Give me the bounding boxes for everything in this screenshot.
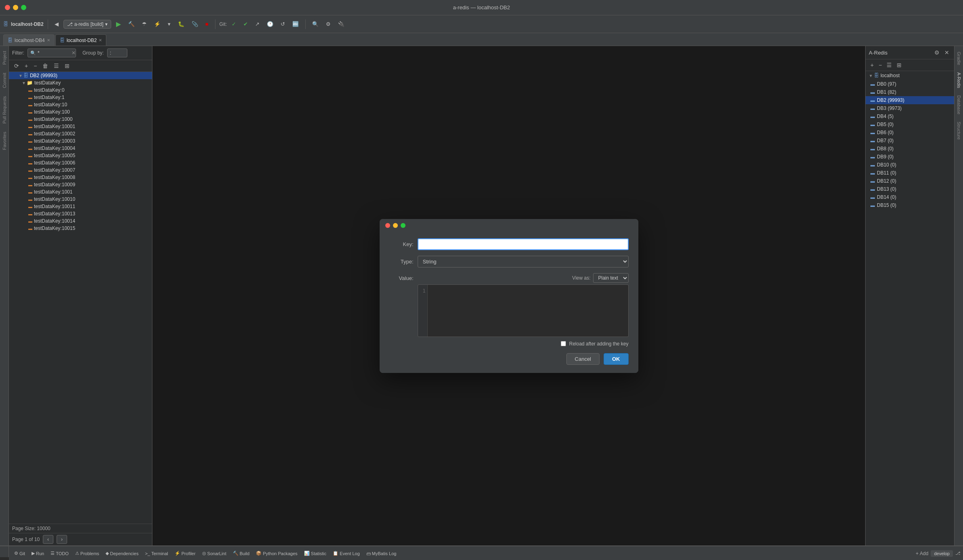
tree-item-key-7[interactable]: ▬ testDataKey:10003 bbox=[9, 137, 152, 145]
tree-item-key-17[interactable]: ▬ testDataKey:10013 bbox=[9, 210, 152, 217]
git-history-button[interactable]: 🕐 bbox=[264, 20, 276, 28]
git-revert-button[interactable]: ↺ bbox=[278, 20, 287, 28]
tree-item-key-16[interactable]: ▬ testDataKey:10011 bbox=[9, 203, 152, 210]
tree-item-key-15[interactable]: ▬ testDataKey:10010 bbox=[9, 196, 152, 203]
db-item-5[interactable]: ▬ DB5 (0) bbox=[866, 120, 954, 128]
maximize-button[interactable] bbox=[21, 5, 26, 10]
add-db-button[interactable]: + bbox=[869, 61, 875, 69]
tree-item-key-18[interactable]: ▬ testDataKey:10014 bbox=[9, 217, 152, 225]
tree-content[interactable]: ▼ 🗄 DB2 (99993) ▼ 📁 testDataKey ▬ testDa… bbox=[9, 72, 152, 524]
db-item-11[interactable]: ▬ DB11 (0) bbox=[866, 169, 954, 177]
bottom-terminal-button[interactable]: >_ Terminal bbox=[142, 550, 171, 557]
page-prev-button[interactable]: ‹ bbox=[43, 535, 53, 544]
hide-panel-button[interactable]: ✕ bbox=[943, 48, 951, 57]
cancel-button[interactable]: Cancel bbox=[566, 353, 600, 365]
branch-selector[interactable]: ⎇ a-redis [build] ▾ bbox=[63, 20, 111, 29]
ok-button[interactable]: OK bbox=[604, 353, 629, 365]
sidebar-item-project[interactable]: Project bbox=[1, 49, 8, 66]
plugins-button[interactable]: 🔌 bbox=[336, 20, 347, 28]
tree-item-key-2[interactable]: ▬ testDataKey:10 bbox=[9, 101, 152, 108]
tree-item-key-4[interactable]: ▬ testDataKey:1000 bbox=[9, 116, 152, 123]
build-button[interactable]: 🔨 bbox=[126, 20, 137, 28]
sidebar-item-commit[interactable]: Commit bbox=[1, 71, 8, 90]
tab-localhost-db4[interactable]: 🗄 localhost-DB4 ✕ bbox=[3, 34, 55, 46]
modal-minimize-button[interactable] bbox=[393, 223, 398, 228]
bottom-sonarlint-button[interactable]: ◎ SonarLint bbox=[199, 549, 229, 557]
tree-item-key-13[interactable]: ▬ testDataKey:10009 bbox=[9, 181, 152, 188]
far-right-tab-database[interactable]: Database bbox=[956, 93, 962, 117]
modal-close-button[interactable] bbox=[385, 223, 390, 228]
key-input[interactable] bbox=[418, 238, 629, 250]
debug-button[interactable]: 🐛 bbox=[175, 20, 187, 28]
tree-item-key-5[interactable]: ▬ testDataKey:10001 bbox=[9, 123, 152, 130]
far-right-tab-aredis[interactable]: A-Redis bbox=[956, 70, 962, 91]
filter-db-button[interactable]: ☰ bbox=[885, 61, 893, 69]
db-item-1[interactable]: ▬ DB1 (82) bbox=[866, 88, 954, 96]
db-item-14[interactable]: ▬ DB14 (0) bbox=[866, 193, 954, 201]
tree-item-key-10[interactable]: ▬ testDataKey:10006 bbox=[9, 159, 152, 166]
db-item-6[interactable]: ▬ DB6 (0) bbox=[866, 128, 954, 137]
reload-checkbox[interactable] bbox=[561, 341, 566, 346]
tree-item-key-6[interactable]: ▬ testDataKey:10002 bbox=[9, 130, 152, 137]
db-item-10[interactable]: ▬ DB10 (0) bbox=[866, 161, 954, 169]
remove-key-button[interactable]: − bbox=[32, 62, 39, 70]
tree-item-key-14[interactable]: ▬ testDataKey:1001 bbox=[9, 188, 152, 196]
db-item-3[interactable]: ▬ DB3 (9973) bbox=[866, 104, 954, 112]
db-item-7[interactable]: ▬ DB7 (0) bbox=[866, 137, 954, 145]
attach-button[interactable]: 📎 bbox=[189, 20, 201, 28]
translate-button[interactable]: 🔤 bbox=[290, 20, 301, 28]
nav-back-button[interactable]: ◀ bbox=[52, 20, 61, 28]
bottom-mybatis-log-button[interactable]: 🗃 MyBatis Log bbox=[363, 550, 399, 557]
tree-item-key-9[interactable]: ▬ testDataKey:10005 bbox=[9, 152, 152, 159]
remove-db-button[interactable]: − bbox=[877, 61, 883, 69]
profile-button[interactable]: ⚡ bbox=[152, 20, 163, 28]
tree-item-root[interactable]: ▼ 🗄 DB2 (99993) bbox=[9, 72, 152, 79]
group-db-button[interactable]: ⊞ bbox=[895, 61, 903, 69]
group-by-input[interactable] bbox=[107, 48, 127, 57]
filter-input-container[interactable]: 🔍 ✕ bbox=[27, 48, 76, 57]
git-push-button[interactable]: ✔ bbox=[241, 20, 250, 28]
tab-close-2[interactable]: ✕ bbox=[99, 38, 102, 42]
modal-maximize-button[interactable] bbox=[401, 223, 405, 228]
git-update-button[interactable]: ↗ bbox=[253, 20, 262, 28]
minimize-button[interactable] bbox=[13, 5, 18, 10]
tab-localhost-db2[interactable]: 🗄 localhost-DB2 ✕ bbox=[55, 34, 107, 46]
add-key-button[interactable]: + bbox=[23, 62, 30, 70]
coverage-button[interactable]: ☂ bbox=[139, 20, 149, 28]
git-commit-button[interactable]: ✓ bbox=[229, 20, 239, 28]
far-right-tab-structure[interactable]: Structure bbox=[956, 119, 962, 142]
refresh-button[interactable]: ⟳ bbox=[12, 62, 21, 70]
add-button[interactable]: + Add bbox=[916, 551, 928, 556]
tree-item-key-0[interactable]: ▬ testDataKey:0 bbox=[9, 86, 152, 94]
run-button[interactable]: ▶ bbox=[114, 19, 123, 29]
db-item-12[interactable]: ▬ DB12 (0) bbox=[866, 177, 954, 185]
delete-key-button[interactable]: 🗑 bbox=[40, 62, 50, 70]
tree-item-key-1[interactable]: ▬ testDataKey:1 bbox=[9, 94, 152, 101]
tree-item-key-11[interactable]: ▬ testDataKey:10007 bbox=[9, 166, 152, 174]
page-next-button[interactable]: › bbox=[57, 535, 67, 544]
bottom-python-packages-button[interactable]: 📦 Python Packages bbox=[253, 549, 300, 557]
bottom-dependencies-button[interactable]: ◆ Dependencies bbox=[103, 549, 141, 557]
server-item[interactable]: ▼ 🗄 localhost bbox=[866, 71, 954, 80]
bottom-build-button[interactable]: 🔨 Build bbox=[230, 549, 252, 557]
settings-panel-button[interactable]: ⚙ bbox=[933, 48, 941, 57]
db-item-2[interactable]: ▬ DB2 (99993) bbox=[866, 96, 954, 104]
bottom-event-log-button[interactable]: 📋 Event Log bbox=[330, 549, 363, 557]
value-textarea[interactable] bbox=[428, 285, 628, 337]
tree-item-key-3[interactable]: ▬ testDataKey:100 bbox=[9, 108, 152, 116]
db-item-4[interactable]: ▬ DB4 (5) bbox=[866, 112, 954, 120]
bottom-todo-button[interactable]: ☰ TODO bbox=[48, 549, 72, 557]
close-button[interactable] bbox=[5, 5, 10, 10]
bottom-git-button[interactable]: ⚙ Git bbox=[11, 549, 28, 557]
db-item-8[interactable]: ▬ DB8 (0) bbox=[866, 145, 954, 153]
type-select[interactable]: String List Set ZSet Hash Stream bbox=[418, 256, 629, 267]
sidebar-item-pull-requests[interactable]: Pull Requests bbox=[1, 95, 8, 125]
stop-button[interactable]: ■ bbox=[203, 20, 211, 28]
db-item-9[interactable]: ▬ DB9 (0) bbox=[866, 153, 954, 161]
bottom-statistic-button[interactable]: 📊 Statistic bbox=[301, 549, 329, 557]
sidebar-item-favorites[interactable]: Favorites bbox=[1, 130, 8, 152]
tree-item-key-8[interactable]: ▬ testDataKey:10004 bbox=[9, 145, 152, 152]
far-right-tab-gradle[interactable]: Gradle bbox=[956, 49, 962, 67]
db-item-0[interactable]: ▬ DB0 (97) bbox=[866, 80, 954, 88]
filter-clear-icon[interactable]: ✕ bbox=[72, 50, 76, 56]
